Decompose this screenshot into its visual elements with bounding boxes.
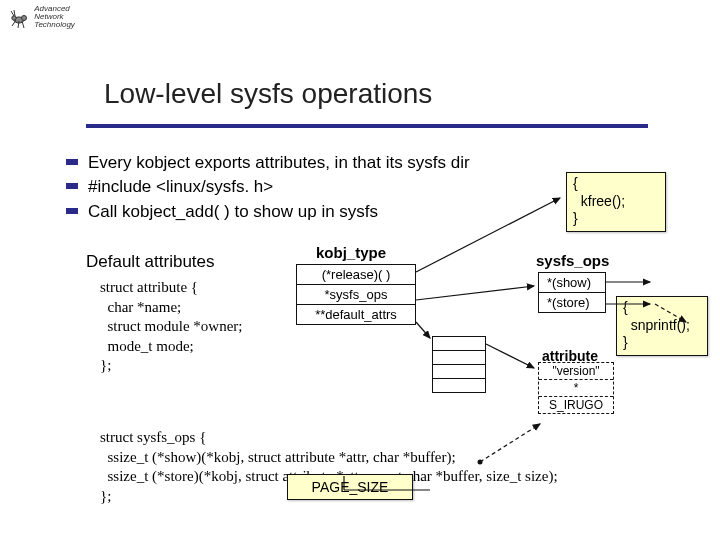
attr-row-owner: *: [539, 380, 613, 397]
slide-title: Low-level sysfs operations: [104, 78, 432, 110]
sysops-row-store: *(store): [539, 293, 605, 312]
code-box-kfree: { kfree(); }: [566, 172, 666, 232]
bullet-item: Every kobject exports attributes, in tha…: [66, 152, 470, 174]
svg-line-3: [11, 11, 14, 16]
kobj-row-sysfsops: *sysfs_ops: [297, 285, 415, 305]
svg-line-4: [14, 10, 15, 16]
logo: Advanced Network Technology: [6, 4, 76, 30]
bullet-list: Every kobject exports attributes, in tha…: [66, 152, 470, 225]
svg-line-13: [416, 322, 430, 338]
kobj-row-defaultattrs: **default_attrs: [297, 305, 415, 324]
attr-row-name: "version": [539, 363, 613, 380]
logo-text: Advanced Network Technology: [34, 5, 74, 29]
svg-point-2: [22, 16, 27, 21]
svg-line-9: [416, 286, 534, 300]
svg-point-1: [12, 16, 16, 20]
kobj-row-release: (*release)( ): [297, 265, 415, 285]
page-size-box: PAGE_SIZE: [287, 474, 413, 500]
bullet-item: Call kobject_add( ) to show up in sysfs: [66, 201, 470, 223]
bullet-item: #include <linux/sysfs. h>: [66, 176, 470, 198]
struct-attribute-code: struct attribute { char *name; struct mo…: [100, 278, 242, 376]
attribute-box: "version" * S_IRUGO: [538, 362, 614, 414]
label-kobj-type: kobj_type: [316, 244, 386, 261]
kobj-type-box: (*release)( ) *sysfs_ops **default_attrs: [296, 264, 416, 325]
svg-line-14: [486, 344, 534, 368]
default-attrs-array: [432, 336, 486, 393]
sysfs-ops-box: *(show) *(store): [538, 272, 606, 313]
subhead-default-attrs: Default attributes: [86, 252, 215, 272]
title-underline: [86, 124, 648, 128]
sysops-row-show: *(show): [539, 273, 605, 293]
label-sysfs-ops: sysfs_ops: [536, 252, 609, 269]
code-box-snprintf: { snprintf(); }: [616, 296, 708, 356]
ant-icon: [6, 4, 32, 30]
attr-row-mode: S_IRUGO: [539, 397, 613, 413]
